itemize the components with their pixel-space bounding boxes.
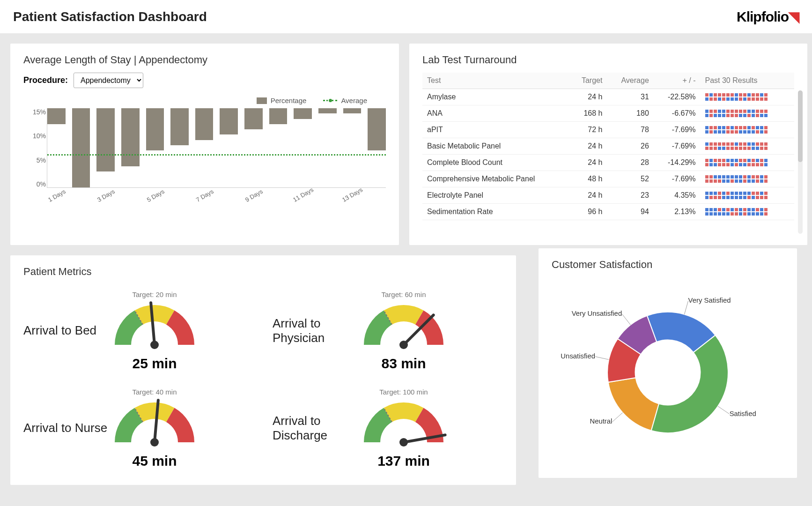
customer-satisfaction-card: Customer Satisfaction Very SatisfiedSati…: [539, 248, 797, 478]
svg-text:Unsatisfied: Unsatisfied: [561, 352, 595, 360]
los-bar: [121, 108, 140, 166]
table-row: ANA168 h180-6.67%: [422, 105, 794, 122]
los-bar: [343, 108, 362, 113]
lab-col-header: + / -: [654, 73, 701, 89]
gauge-icon: [357, 300, 450, 354]
pm-cell: Arrival to BedTarget: 20 min25 min: [23, 284, 254, 377]
percentage-swatch-icon: [257, 97, 267, 104]
los-bar: [146, 108, 164, 150]
sparkline-icon: [705, 110, 771, 117]
svg-point-5: [399, 341, 408, 349]
sparkline-icon: [705, 159, 771, 166]
los-bar: [294, 108, 312, 119]
los-bar: [170, 108, 189, 145]
procedure-label: Procedure:: [23, 75, 68, 85]
svg-point-11: [399, 438, 408, 446]
table-row: Basic Metabolic Panel24 h26-7.69%: [422, 138, 794, 155]
table-row: Complete Blood Count24 h28-14.29%: [422, 155, 794, 171]
los-bar: [244, 108, 263, 129]
sparkline-icon: [705, 175, 771, 183]
los-bar: [195, 108, 214, 140]
page-header: Patient Satisfaction Dashboard Klipfolio…: [0, 0, 812, 33]
sparkline-icon: [705, 142, 771, 150]
los-bar: [72, 108, 90, 187]
los-bar: [368, 108, 386, 150]
pm-target: Target: 60 min: [357, 290, 450, 298]
los-bar: [47, 108, 66, 124]
sparkline-icon: [705, 126, 771, 134]
lab-table: TestTargetAverage+ / -Past 30 Results Am…: [422, 73, 794, 220]
svg-text:Very Satisfied: Very Satisfied: [688, 297, 731, 304]
gauge-icon: [357, 398, 450, 451]
pm-target: Target: 20 min: [108, 290, 201, 298]
table-row: Sedimentation Rate96 h942.13%: [422, 204, 794, 220]
svg-text:Very Unsatisfied: Very Unsatisfied: [572, 310, 622, 317]
svg-point-2: [150, 341, 159, 349]
pm-target: Target: 100 min: [357, 388, 450, 396]
pm-target: Target: 40 min: [108, 388, 201, 396]
svg-text:Satisfied: Satisfied: [730, 410, 756, 417]
table-row: Comprehensive Metabolic Panel48 h52-7.69…: [422, 171, 794, 187]
lab-col-header: Average: [607, 73, 653, 89]
pm-value: 45 min: [108, 453, 201, 469]
pm-label: Arrival to Discharge: [273, 414, 357, 443]
pm-cell: Arrival to DischargeTarget: 100 min137 m…: [273, 382, 503, 475]
pm-value: 137 min: [357, 453, 450, 469]
los-x-label: 11 Days: [292, 186, 315, 203]
pm-value: 25 min: [108, 356, 201, 372]
sparkline-icon: [705, 208, 771, 216]
svg-line-14: [718, 406, 730, 414]
los-bar: [318, 108, 337, 113]
average-swatch-icon: [323, 100, 337, 101]
table-row: aPIT72 h78-7.69%: [422, 122, 794, 138]
lab-scrollbar[interactable]: [798, 90, 803, 234]
los-bar: [220, 108, 238, 134]
patient-metrics-card: Patient Metrics Arrival to BedTarget: 20…: [10, 255, 516, 485]
pm-cell: Arrival to PhysicianTarget: 60 min83 min: [273, 284, 503, 377]
cs-title: Customer Satisfaction: [552, 259, 784, 271]
procedure-select[interactable]: Appendectomy: [74, 73, 143, 88]
page-title: Patient Satisfaction Dashboard: [13, 9, 207, 24]
svg-text:Neutral: Neutral: [590, 417, 612, 425]
gauge-icon: [108, 398, 201, 451]
los-bar-chart: 15%10%5%0% 1 Days3 Days5 Days7 Days9 Day…: [23, 108, 386, 207]
los-x-label: 1 Days: [47, 188, 67, 203]
lab-turnaround-card: Lab Test Turnaround TestTargetAverage+ /…: [409, 44, 807, 245]
lab-col-header: Target: [569, 73, 607, 89]
los-title: Average Length of Stay | Appendectomy: [23, 54, 386, 66]
pm-cell: Arrival to NurseTarget: 40 min45 min: [23, 382, 254, 475]
pm-label: Arrival to Bed: [23, 323, 108, 338]
pm-label: Arrival to Physician: [273, 316, 357, 345]
pm-label: Arrival to Nurse: [23, 421, 108, 435]
brand-logo: Klipfolio◥: [737, 8, 799, 25]
los-x-label: 9 Days: [244, 188, 264, 203]
svg-line-20: [622, 314, 630, 325]
sparkline-icon: [705, 192, 771, 199]
table-row: Amylase24 h31-22.58%: [422, 89, 794, 105]
sparkline-icon: [705, 93, 771, 101]
cs-donut-chart: Very SatisfiedSatisfiedNeutralUnsatisfie…: [552, 277, 784, 468]
pm-value: 83 min: [357, 356, 450, 372]
los-bar: [96, 108, 115, 171]
los-legend: Percentage Average: [23, 97, 386, 104]
lab-col-header: Test: [422, 73, 569, 89]
los-x-label: 3 Days: [96, 188, 116, 203]
lab-title: Lab Test Turnaround: [422, 54, 794, 66]
table-row: Electrolyte Panel24 h234.35%: [422, 187, 794, 204]
length-of-stay-card: Average Length of Stay | Appendectomy Pr…: [10, 44, 399, 245]
gauge-icon: [108, 300, 201, 354]
los-x-label: 13 Days: [341, 186, 364, 203]
svg-line-12: [684, 301, 688, 314]
los-x-label: 5 Days: [146, 188, 166, 203]
svg-line-18: [595, 357, 609, 359]
svg-line-16: [612, 413, 622, 422]
los-bar: [269, 108, 288, 124]
svg-point-8: [150, 438, 159, 446]
pm-title: Patient Metrics: [23, 266, 503, 278]
lab-col-header: Past 30 Results: [701, 73, 795, 89]
los-x-label: 7 Days: [195, 188, 215, 203]
